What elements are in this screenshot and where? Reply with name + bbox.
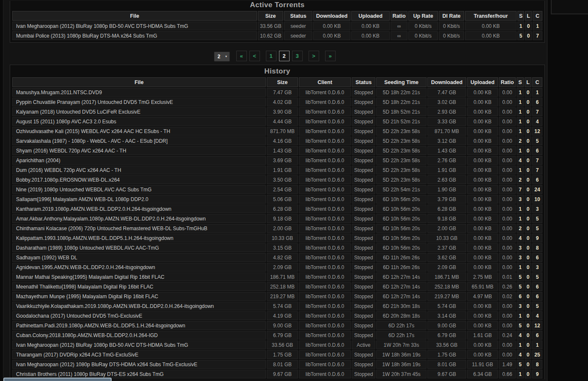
file-link[interactable]: Sadhayam (1992) WEB DL: [12, 253, 266, 262]
file-link[interactable]: Sallapam[1996] Malayalam AMZN WEB-DL 108…: [12, 195, 266, 204]
file-link[interactable]: August 15 (2011) 1080p AVC AC3 2.0 Esubs: [12, 117, 266, 126]
history-panel: History FileSizeClientStatusSeeding Time…: [10, 65, 545, 379]
file-link[interactable]: Kalippattam.1993.1080p.AMZN.WEB-DL.DDP5.…: [12, 234, 266, 242]
page-button-page-1[interactable]: 1: [266, 51, 276, 61]
cell-uploaded: 0.00 KB: [467, 214, 498, 223]
cell-s: 5: [517, 31, 524, 40]
cell-size: 4.44 GB: [267, 117, 298, 126]
cell-ratio: 0.00: [499, 253, 516, 262]
page-button-page-2[interactable]: 2: [279, 51, 290, 61]
cell-downloaded: 1.43 GB: [427, 146, 466, 155]
cell-c: 7: [532, 107, 542, 116]
file-link[interactable]: Christian Brothers (2011) 1080p BluRay D…: [12, 370, 266, 378]
file-link[interactable]: Dum (2016) WEBDL 720p AVC x264 AAC - TH: [12, 166, 266, 174]
cell-client: libTorrent 0.D.6.0: [299, 282, 351, 291]
file-link[interactable]: Sarvakalashala (1987) - 1080p - WebDL - …: [12, 136, 266, 145]
active-torrents-table: FileSizeStatusDownloadedUploadedRatioUp …: [11, 10, 543, 41]
cell-uploaded: 4.97 MB: [467, 292, 498, 301]
cell-status: Stopped: [352, 302, 375, 310]
cell-c: 8: [532, 243, 542, 252]
cell-status: Stopped: [352, 311, 375, 320]
cell-seeding-time: 5D 18h 22m 21s: [376, 88, 427, 97]
cell-l: 0: [525, 214, 531, 223]
file-link[interactable]: Pathinettam.Padi.2019.1080p.AMZN.WEB-DL.…: [12, 321, 266, 330]
cell-l: 0: [525, 224, 531, 233]
cell-status: Stopped: [352, 166, 375, 174]
file-link[interactable]: Mumbai Police (2013) 1080p BluRay DTS-MA…: [12, 31, 257, 40]
cell-uploaded: 0.00 KB: [467, 243, 498, 252]
cell-downloaded: 186.71 MB: [427, 272, 466, 281]
cell-s: 1: [517, 127, 524, 136]
cell-seeding-time: 6D 10h 56m 20s: [376, 224, 427, 233]
file-link[interactable]: Shyam (2016) WEBDL 720p AVC x264 AAC - T…: [12, 146, 266, 155]
file-link[interactable]: Kantharam.2019.1080p.AMZN.WEB-DL.DDP2.0.…: [12, 204, 266, 213]
file-link[interactable]: Mannar Mathai Speaking{1995} Malayalam D…: [12, 272, 266, 281]
file-link[interactable]: Ivan Megharoopan (2012) BluRay 1080p BD-…: [12, 22, 257, 30]
file-link[interactable]: Aparichithan (2004): [12, 156, 266, 165]
cell-uploaded: 1.61 GB: [467, 331, 498, 340]
file-link[interactable]: Amar.Akbar.Anthony.Malayalam.1080p.AMZN.…: [12, 214, 266, 223]
cell-status: Stopped: [352, 107, 375, 116]
file-link[interactable]: Cuban.Colony.2018.1080p.AMZN.WEB-DL.DDP2…: [12, 331, 266, 340]
cell-uploaded: 0.00 KB: [467, 136, 498, 145]
cell-downloaded: 252.18 MB: [427, 282, 466, 291]
cell-seeding-time: 5D 22h 54m 21s: [376, 185, 427, 194]
cell-status: Stopped: [352, 350, 375, 359]
file-link[interactable]: Tharangam (2017) DVDRip x264 AC3 TmG-Exc…: [12, 350, 266, 359]
cell-s: 4: [517, 234, 524, 242]
cell-s: 5: [517, 360, 524, 369]
cell-client: libTorrent 0.D.6.0: [299, 253, 351, 262]
file-link[interactable]: Dasharatham (1989) 1080p Untouched WEBDL…: [12, 243, 266, 252]
cell-c: 6: [532, 331, 542, 340]
file-link[interactable]: Ivan Megharoopan (2012) 1080p BluRay DTS…: [12, 360, 266, 369]
file-link[interactable]: Kalyanam (2018) Untouched DVD5 LuCiFeR E…: [12, 107, 266, 116]
file-link[interactable]: Goodalochana (2017) Untouched DVD5 TmG-E…: [12, 311, 266, 320]
cell-downloaded: 33.56 GB: [427, 340, 466, 349]
file-link[interactable]: Ivan Megharoopan (2012) BluRay 1080p BD-…: [12, 340, 266, 349]
cell-client: libTorrent 0.D.6.0: [299, 204, 351, 213]
torrent-row: Cuban.Colony.2018.1080p.AMZN.WEB-DL.DDP2…: [12, 331, 542, 340]
cell-ratio: 0.00: [499, 243, 516, 252]
cell-ratio: 1.49: [499, 360, 516, 369]
cell-ratio: 0.00: [499, 127, 516, 136]
page-button-last[interactable]: »: [325, 51, 336, 61]
cell-l: 0: [525, 204, 531, 213]
cell-client: libTorrent 0.D.6.0: [299, 146, 351, 155]
page-button-next[interactable]: >: [309, 51, 319, 61]
cell-up-rate: 0 Kbit/s: [408, 31, 438, 40]
page-button-first[interactable]: «: [236, 51, 247, 61]
cell-uploaded: 0.00 KB: [351, 22, 390, 30]
cell-seeding-time: 6D 12h 27m 14s: [376, 272, 427, 281]
cell-seeding-time: 5D 21h 52m 21s: [376, 117, 427, 126]
page-button-page-3[interactable]: 3: [292, 51, 303, 61]
cell-l: 0: [525, 253, 531, 262]
cell-downloaded: 5.74 GB: [427, 302, 466, 310]
torrent-row: Ivan Megharoopan (2012) 1080p BluRay DTS…: [12, 360, 542, 369]
cell-c: 5: [532, 214, 542, 223]
file-link[interactable]: Bobby.2017.1080p.EROSNOW.WEB-DL.x264: [12, 175, 266, 184]
cell-seeding-time: 6D 10h 56m 20s: [376, 195, 427, 204]
page-number-select[interactable]: 2: [214, 52, 230, 62]
cell-l: 0: [525, 311, 531, 320]
page-button-prev[interactable]: <: [249, 51, 260, 61]
cell-c: 25: [532, 350, 542, 359]
cell-uploaded: 0.00 KB: [467, 156, 498, 165]
cell-client: libTorrent 0.D.6.0: [299, 331, 351, 340]
cell-seeding-time: 5D 18h 52m 21s: [376, 107, 427, 116]
file-link[interactable]: Chinthamani Kolacase (2006) 720p Untouch…: [12, 224, 266, 233]
cell-status: Stopped: [352, 253, 375, 262]
file-link[interactable]: Nine (2019) 1080p Untouched WEBDL AVC AA…: [12, 185, 266, 194]
cell-size: 4.02 GB: [267, 98, 298, 106]
cell-uploaded: 0.00 KB: [467, 204, 498, 213]
file-link[interactable]: Agnidevan.1995.AMZN.WEB-DL.DDP2.0.H.264-…: [12, 263, 266, 272]
file-link[interactable]: Meenathil Thalikettu{1998} Malayalam Dig…: [12, 282, 266, 291]
cell-l: 0: [525, 185, 531, 194]
file-link[interactable]: Pyppin Chuvattile Pranayam (2017) Untouc…: [12, 98, 266, 106]
cell-s: 1: [517, 88, 524, 97]
file-link[interactable]: Mazhayethum Munpe {1995} Malayalam Digit…: [12, 292, 266, 301]
cell-uploaded: 0.00 KB: [467, 234, 498, 242]
file-link[interactable]: Ozhivudivasathe Kali (2015) WEBDL AVC x2…: [12, 127, 266, 136]
file-link[interactable]: Vaarikkuzhiyile.Kolapathakam.2019.1080p.…: [12, 302, 266, 310]
file-link[interactable]: Manushya.Mrugam.2011.NTSC.DVD9: [12, 88, 266, 97]
cell-client: libTorrent 0.D.6.0: [299, 127, 351, 136]
